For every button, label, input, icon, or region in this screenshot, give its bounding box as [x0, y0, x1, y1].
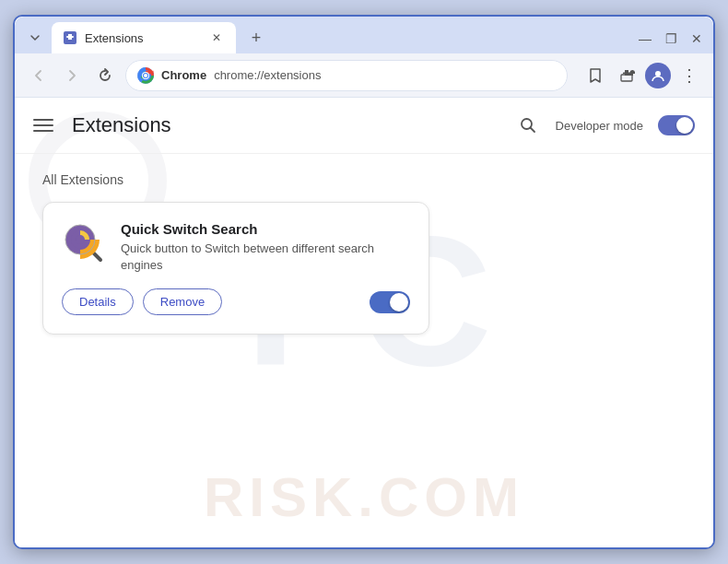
- browser-window: Extensions ✕ + — ❐ ✕: [13, 15, 715, 549]
- extensions-header: Extensions Developer mode: [15, 98, 713, 154]
- new-tab-button[interactable]: +: [243, 25, 269, 51]
- address-input[interactable]: Chrome chrome://extensions: [125, 60, 568, 91]
- title-bar: Extensions ✕ + — ❐ ✕: [15, 17, 713, 53]
- extensions-puzzle-icon[interactable]: [614, 63, 640, 88]
- extension-icon: [62, 221, 106, 265]
- back-button[interactable]: [26, 63, 52, 88]
- minimize-button[interactable]: —: [636, 29, 654, 48]
- menu-line-3: [33, 130, 53, 132]
- svg-rect-7: [621, 75, 632, 81]
- chrome-menu-icon[interactable]: ⋮: [676, 63, 702, 88]
- extensions-page: PC RISK.COM Extensions Developer mode: [15, 98, 713, 547]
- bookmark-icon[interactable]: [582, 63, 608, 88]
- browser-name-label: Chrome: [161, 68, 206, 82]
- menu-line-2: [33, 124, 53, 126]
- details-button[interactable]: Details: [62, 288, 134, 315]
- extension-enable-toggle[interactable]: [370, 291, 410, 313]
- tab-favicon-icon: [63, 30, 77, 45]
- tab-bar-left: Extensions ✕ +: [22, 22, 269, 53]
- profile-icon[interactable]: [645, 63, 671, 88]
- all-extensions-label: All Extensions: [42, 172, 686, 187]
- address-bar-icons: ⋮: [582, 63, 702, 88]
- extension-card: Quick Switch Search Quick button to Swit…: [42, 202, 429, 335]
- chrome-logo-icon: [137, 67, 154, 84]
- svg-line-12: [530, 128, 534, 133]
- active-tab[interactable]: Extensions ✕: [52, 22, 236, 53]
- hamburger-menu-button[interactable]: [33, 112, 59, 138]
- extension-card-bottom: Details Remove: [62, 288, 410, 315]
- forward-button[interactable]: [59, 63, 85, 88]
- extension-description: Quick button to Switch between different…: [121, 241, 410, 274]
- extension-card-top: Quick Switch Search Quick button to Swit…: [62, 221, 410, 274]
- svg-point-17: [76, 235, 85, 244]
- developer-mode-toggle[interactable]: [658, 115, 695, 135]
- extensions-content: All Extensions: [15, 154, 713, 353]
- extension-toggle-knob: [390, 293, 408, 311]
- tab-title-label: Extensions: [85, 31, 201, 45]
- page-title: Extensions: [72, 113, 171, 137]
- extension-name: Quick Switch Search: [121, 221, 410, 237]
- watermark-risk-text: RISK.COM: [15, 465, 713, 529]
- address-bar: Chrome chrome://extensions ⋮: [15, 53, 713, 98]
- refresh-button[interactable]: [92, 63, 118, 88]
- developer-mode-label: Developer mode: [556, 119, 643, 133]
- extension-info: Quick Switch Search Quick button to Swit…: [121, 221, 410, 274]
- svg-point-6: [144, 74, 147, 77]
- search-button[interactable]: [515, 112, 541, 138]
- remove-button[interactable]: Remove: [143, 288, 222, 315]
- maximize-button[interactable]: ❐: [662, 29, 680, 48]
- tab-dropdown-button[interactable]: [22, 25, 48, 51]
- close-button[interactable]: ✕: [687, 29, 706, 48]
- url-display: chrome://extensions: [214, 68, 556, 82]
- header-right: Developer mode: [515, 112, 695, 138]
- svg-point-8: [655, 71, 661, 76]
- window-controls: — ❐ ✕: [636, 29, 706, 53]
- menu-line-1: [33, 119, 53, 121]
- tab-close-button[interactable]: ✕: [208, 29, 225, 46]
- developer-mode-toggle-knob: [676, 117, 693, 134]
